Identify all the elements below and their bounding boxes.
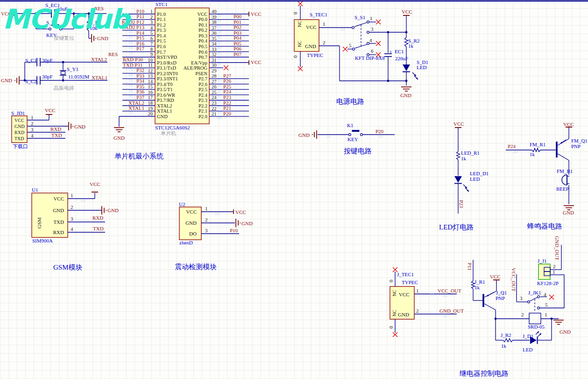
compile-mark: [219, 79, 220, 80]
resistor-symbol[interactable]: [457, 151, 460, 160]
net-label: P10: [230, 228, 238, 233]
led-diode-symbol[interactable]: [403, 64, 410, 71]
compile-mark: [219, 86, 220, 87]
compile-mark: [446, 316, 447, 317]
resistor-symbol[interactable]: [405, 37, 408, 47]
pin-name: EA/Vpp: [191, 60, 207, 65]
pin-number: 11: [148, 63, 153, 68]
pin-number: 36: [212, 30, 217, 36]
key-contact[interactable]: [49, 28, 51, 30]
key-contact[interactable]: [349, 134, 351, 136]
designator: LED_D1: [470, 171, 489, 176]
designator: J_JK1: [528, 290, 541, 295]
buzzer-symbol[interactable]: [562, 175, 567, 185]
section-title: 继电器控制电路: [459, 370, 509, 377]
compile-mark: [129, 54, 130, 55]
compile-mark: [217, 214, 218, 215]
compile-mark: [517, 151, 517, 152]
designator: J_D1: [523, 333, 533, 339]
compile-mark: [217, 36, 218, 37]
compile-mark: [130, 52, 131, 53]
compile-mark: [219, 59, 220, 60]
compile-mark: [446, 315, 447, 316]
compile-mark: [130, 42, 131, 43]
pin-number: 4: [150, 25, 153, 30]
net-label: RXD P30: [123, 57, 143, 62]
pin-name: GND: [398, 312, 409, 317]
compile-mark: [217, 86, 218, 87]
net-label: XTAL2: [128, 100, 144, 106]
compile-mark: [220, 113, 221, 114]
compile-mark: [219, 36, 220, 37]
net-label: RXD: [50, 126, 61, 132]
pin-name: DO: [189, 231, 197, 236]
switch-contact[interactable]: [367, 21, 369, 23]
compile-mark: [219, 107, 220, 108]
pin-name: RXD: [53, 229, 64, 235]
compile-mark: [219, 25, 220, 26]
pin-number: 34: [212, 41, 217, 46]
compile-mark: [219, 37, 220, 38]
pin-number: 1: [31, 114, 34, 120]
compile-mark: [219, 47, 220, 48]
compile-mark: [217, 48, 218, 49]
compile-mark: [219, 21, 220, 22]
switch-contact[interactable]: [353, 48, 355, 50]
pin-number: 29: [212, 68, 217, 73]
pin-name: P0.7: [198, 55, 207, 60]
compile-mark: [217, 213, 218, 214]
switch-contact[interactable]: [538, 296, 540, 298]
pin-name: NC: [297, 21, 302, 27]
designator: S_S1: [354, 14, 365, 20]
resistor-symbol[interactable]: [503, 339, 513, 342]
compile-mark: [130, 43, 131, 44]
compile-mark: [132, 36, 133, 37]
switch-contact[interactable]: [367, 43, 369, 45]
switch-contact[interactable]: [528, 301, 530, 303]
compile-mark: [382, 137, 383, 138]
net-label: P23: [223, 94, 232, 100]
net-label: XTAL2: [91, 57, 107, 62]
net-label: P20: [223, 111, 232, 116]
crystal-symbol[interactable]: [61, 72, 65, 74]
compile-mark: [220, 91, 221, 92]
pin-number: 7: [150, 41, 153, 46]
compile-mark: [513, 152, 514, 153]
pin-number: 2: [150, 14, 153, 20]
designator: J_J1: [538, 258, 547, 264]
compile-mark: [220, 57, 221, 58]
net-label: GND_OUT: [554, 236, 560, 260]
compile-mark: [219, 32, 220, 33]
compile-mark: [220, 80, 221, 81]
key-contact[interactable]: [60, 28, 62, 30]
compile-mark: [443, 295, 444, 296]
led-diode-symbol[interactable]: [454, 176, 462, 183]
comment: 单片机: [161, 130, 176, 136]
compile-mark: [132, 86, 133, 87]
compile-mark: [220, 106, 221, 107]
compile-mark: [83, 201, 84, 202]
switch-contact[interactable]: [367, 31, 369, 34]
net-label: P07: [234, 51, 242, 57]
relay-coil-srd05[interactable]: [529, 313, 541, 324]
compile-mark: [130, 74, 131, 75]
compile-mark: [219, 42, 220, 43]
ground-symbol: [312, 134, 313, 135]
compile-mark: [129, 70, 130, 71]
pin-number: 2: [323, 40, 326, 45]
compile-mark: [219, 57, 220, 58]
switch-contact[interactable]: [352, 27, 354, 29]
comment: 按键复位: [54, 35, 74, 41]
port-gnd: GND: [563, 210, 574, 215]
compile-mark: [217, 97, 218, 98]
key-contact[interactable]: [361, 134, 363, 136]
compile-mark: [129, 95, 130, 96]
compile-mark: [220, 21, 221, 22]
schematic-canvas[interactable]: P1.01P10P1.12P11P1.23RXD2 P12P1.34TXD2 P…: [0, 0, 588, 379]
compile-mark: [217, 106, 218, 107]
compile-mark: [215, 214, 216, 215]
value: KEY: [347, 136, 358, 142]
compile-mark: [129, 90, 130, 91]
switch-contact[interactable]: [538, 307, 540, 309]
net-label: P20: [375, 129, 384, 134]
